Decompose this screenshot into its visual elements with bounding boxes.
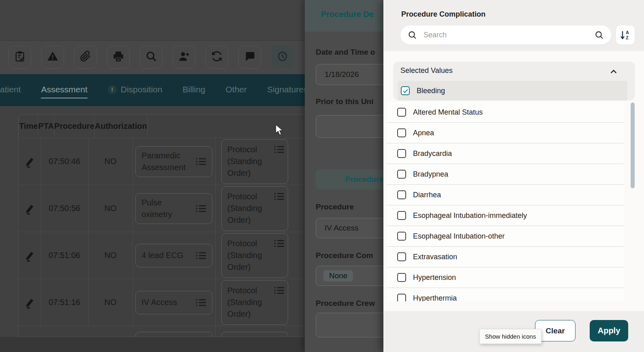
unchecked-checkbox[interactable] [397, 128, 406, 137]
tab-item[interactable]: ! Other [226, 85, 247, 96]
bottom-strip [0, 337, 305, 352]
drawer-title: Procedure De [321, 10, 383, 19]
procedure-chip[interactable]: Pulse oximetry [135, 193, 212, 224]
tab-item[interactable]: ! Assessment [41, 85, 87, 98]
tab-bar: ! atient ! Assessment ! Disposition ! Bi… [0, 74, 305, 106]
list-icon [274, 192, 285, 201]
apply-button[interactable]: Apply [590, 320, 628, 341]
attachment-button[interactable] [74, 46, 97, 68]
list-scrollbar[interactable] [631, 102, 635, 188]
add-person-button[interactable] [173, 46, 195, 68]
sort-button[interactable]: A Z [616, 26, 635, 45]
unchecked-checkbox[interactable] [397, 149, 406, 158]
sync-button[interactable] [205, 46, 228, 68]
search-input[interactable] [423, 30, 589, 40]
prior-unit-label: Prior to this Uni [316, 97, 383, 106]
option-label: Hyperthermia [413, 294, 457, 302]
edit-row-button[interactable] [19, 279, 41, 326]
authorization-cell: Protocol (Standing Order) [216, 232, 305, 279]
prior-unit-select[interactable] [316, 115, 383, 138]
option-label: Hypertension [413, 273, 456, 282]
alert-triangle-icon [47, 51, 58, 64]
tab-item[interactable]: ! Billing [182, 85, 205, 96]
option-row[interactable]: Esophageal Intubation-immediately [387, 205, 624, 226]
authorization-chip[interactable]: Protocol (Standing Order) [221, 233, 288, 278]
list-icon [274, 239, 285, 248]
option-label: Bradypnea [413, 170, 448, 179]
tab-item[interactable]: ! Signatures [267, 85, 305, 96]
procedure-field[interactable]: IV Access [316, 218, 383, 238]
option-row[interactable]: Esophageal Intubation-other [387, 226, 624, 247]
option-row[interactable]: Diarrhea [387, 185, 624, 205]
alert-button[interactable] [41, 46, 64, 68]
option-label: Esophageal Intubation-other [413, 232, 505, 241]
search-record-button[interactable] [140, 46, 163, 68]
edit-row-button[interactable] [19, 138, 41, 185]
option-row[interactable]: Altered Mental Status [387, 102, 624, 123]
list-icon [196, 251, 206, 260]
collapse-section-button[interactable] [609, 67, 618, 76]
edit-row-button[interactable] [19, 232, 41, 279]
date-field[interactable]: 1/18/2026 [316, 64, 383, 85]
pta-cell: NO [89, 138, 133, 185]
date-time-label: Date and Time o [316, 48, 383, 57]
option-row[interactable]: Apnea [387, 123, 624, 143]
svg-text:Z: Z [626, 35, 629, 40]
pta-cell: NO [89, 232, 133, 279]
procedure-crew-label: Procedure Crew [316, 299, 383, 308]
procedure-section-tab[interactable]: Procedure [316, 169, 383, 190]
unchecked-checkbox[interactable] [397, 252, 406, 261]
time-cell: 07:50:56 [41, 185, 89, 232]
authorization-cell: Protocol (Standing Order) [216, 279, 305, 326]
unchecked-checkbox[interactable] [397, 232, 406, 241]
edit-row-button[interactable] [19, 185, 41, 232]
selected-values-section: Selected Values Bleeding [393, 62, 635, 100]
unchecked-checkbox[interactable] [397, 294, 406, 301]
option-row[interactable]: Extravasation [387, 247, 624, 267]
unchecked-checkbox[interactable] [397, 273, 406, 282]
option-row[interactable]: Bradycardia [387, 143, 624, 164]
table-row: 07:51:16 NO IV Access Protocol (Sta [19, 279, 305, 326]
paperclip-icon [80, 51, 91, 64]
selected-option-row[interactable]: Bleeding [398, 81, 627, 100]
procedure-complication-label: Procedure Com [316, 251, 383, 260]
table-header-cell: PTA [38, 115, 54, 138]
chat-button[interactable] [238, 46, 261, 68]
checkmark-icon [402, 87, 409, 94]
option-row[interactable]: Hyperthermia [387, 288, 624, 301]
procedure-complication-field[interactable]: None [316, 266, 383, 286]
show-hidden-icons-tooltip: Show hidden icons [479, 329, 541, 344]
authorization-chip[interactable]: Protocol (Standing Order) [221, 139, 288, 184]
authorization-chip[interactable]: Protocol (Standing Order) [221, 280, 288, 325]
history-clock-button[interactable] [271, 46, 294, 68]
authorization-cell: Protocol (Standing Order) [216, 185, 305, 232]
table-row: 07:51:06 NO 4 lead ECG Protocol (St [19, 232, 305, 279]
table-row-partial [19, 326, 305, 337]
list-icon [274, 145, 285, 154]
unchecked-checkbox[interactable] [397, 211, 406, 220]
clock-icon [277, 51, 288, 64]
unchecked-checkbox[interactable] [397, 108, 406, 117]
tab-item[interactable]: ! atient [0, 85, 21, 96]
option-row[interactable]: Hypertension [387, 267, 624, 288]
authorization-chip[interactable]: Protocol (Standing Order) [221, 186, 288, 231]
procedure-chip[interactable]: 4 lead ECG [135, 244, 212, 267]
none-chip: None [323, 270, 353, 282]
option-row[interactable]: Bradypnea [387, 164, 624, 185]
tab-item[interactable]: ! Disposition [108, 85, 163, 96]
table-row: 07:50:46 NO Paramedic Assessment Pr [19, 138, 305, 185]
search-submit-icon[interactable] [595, 30, 604, 40]
procedure-crew-field[interactable] [316, 313, 383, 337]
search-icon [145, 51, 157, 64]
procedure-chip[interactable]: IV Access [135, 291, 212, 314]
clipboard-check-button[interactable] [9, 46, 31, 68]
procedure-cell: Paramedic Assessment [133, 138, 216, 185]
unchecked-checkbox[interactable] [397, 170, 406, 179]
unchecked-checkbox[interactable] [397, 190, 406, 199]
clipboard-check-icon [14, 51, 26, 64]
list-icon [196, 157, 206, 166]
print-button[interactable] [107, 46, 130, 68]
checked-checkbox[interactable] [401, 86, 410, 95]
search-bar[interactable] [400, 26, 611, 45]
procedure-chip[interactable]: Paramedic Assessment [135, 146, 212, 177]
